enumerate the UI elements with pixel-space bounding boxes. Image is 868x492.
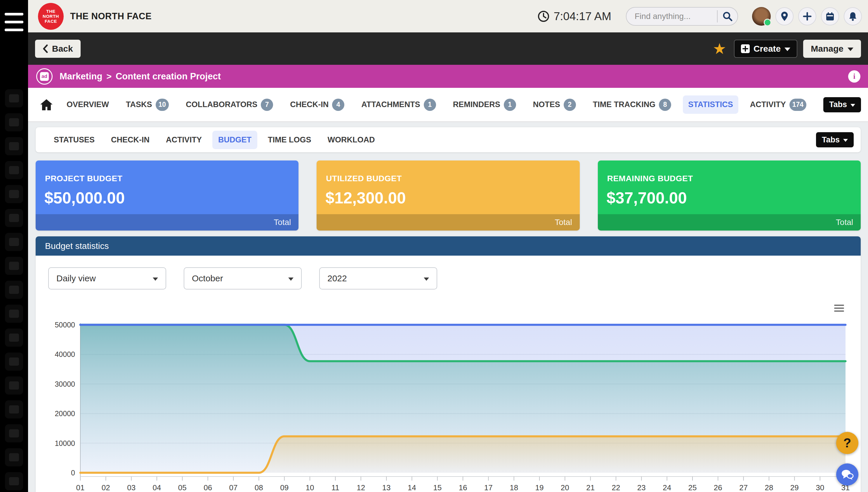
tab-label: REMINDERS	[453, 100, 500, 109]
create-button[interactable]: Create	[734, 40, 797, 58]
tab-home[interactable]	[40, 99, 53, 111]
add-button[interactable]	[798, 7, 816, 25]
sidebar-item-notes[interactable]	[0, 469, 28, 492]
subtab-check-in[interactable]: CHECK-IN	[105, 131, 156, 149]
chat-button[interactable]	[836, 463, 858, 486]
search-icon	[9, 286, 19, 294]
sidebar-item-search[interactable]	[0, 278, 28, 302]
manage-button[interactable]: Manage	[803, 40, 861, 58]
brand-logo: THE NORTH FACE	[38, 3, 64, 30]
tab-label: OVERVIEW	[67, 100, 109, 109]
card-footer: Total	[36, 214, 299, 230]
user-avatar[interactable]	[752, 7, 771, 26]
sidebar-item-calendar[interactable]	[0, 373, 28, 397]
files-icon	[9, 310, 19, 318]
card-amount: $12,300.00	[325, 189, 580, 207]
sidebar-item-sales-funnel[interactable]	[0, 158, 28, 182]
tab-activity[interactable]: ACTIVITY174	[745, 94, 812, 116]
menu-icon[interactable]	[5, 13, 23, 31]
chevron-down-icon	[843, 139, 848, 142]
project-breadcrumb-bar: ad Marketing > Content creation Project …	[28, 65, 868, 88]
svg-text:30000: 30000	[55, 380, 75, 388]
tab-overview[interactable]: OVERVIEW	[61, 95, 114, 114]
search-input[interactable]	[627, 12, 717, 21]
help-button[interactable]: ?	[836, 432, 858, 454]
subtab-activity[interactable]: ACTIVITY	[160, 131, 208, 149]
support-icon	[9, 142, 19, 150]
card-amount: $37,700.00	[607, 189, 861, 207]
budget-chart: 0102030405060708091011121314151617181920…	[44, 298, 862, 492]
svg-text:25: 25	[688, 483, 697, 492]
tab-notes[interactable]: NOTES2	[528, 94, 581, 116]
sidebar-item-payments[interactable]	[0, 182, 28, 206]
sidebar-item-messages[interactable]	[0, 326, 28, 350]
notifications-button[interactable]	[844, 7, 862, 25]
tabs-list: OVERVIEWTASKS10COLLABORATORS7CHECK-IN4AT…	[61, 94, 812, 116]
sidebar-item-mail[interactable]	[0, 350, 28, 373]
sidebar-item-files[interactable]	[0, 302, 28, 326]
tab-badge: 7	[261, 99, 273, 111]
svg-text:05: 05	[178, 483, 187, 492]
subtab-time-logs[interactable]: TIME LOGS	[262, 131, 317, 149]
sidebar-item-account[interactable]	[0, 230, 28, 254]
card-amount: $50,000.00	[44, 189, 299, 207]
info-icon[interactable]: i	[848, 70, 861, 82]
search-button[interactable]	[718, 7, 737, 26]
tab-statistics[interactable]: STATISTICS	[683, 95, 738, 114]
view-select[interactable]: Daily view	[48, 267, 166, 290]
svg-text:40000: 40000	[55, 350, 75, 358]
chart-menu-icon[interactable]	[834, 305, 844, 313]
sidebar-item-launch[interactable]	[0, 421, 28, 445]
budget-summary-cards: PROJECT BUDGET$50,000.00TotalUTILIZED BU…	[36, 161, 861, 230]
tab-tasks[interactable]: TASKS10	[121, 94, 174, 116]
chat-bubbles-icon	[841, 469, 854, 480]
tabs-overflow-button[interactable]: Tabs	[823, 97, 861, 112]
project-avatar[interactable]: ad	[36, 68, 52, 84]
panel-header: Budget statistics	[36, 237, 861, 255]
calendar-button[interactable]	[821, 7, 839, 25]
month-select[interactable]: October	[184, 267, 302, 290]
tab-attachments[interactable]: ATTACHMENTS1	[356, 94, 441, 116]
svg-text:11: 11	[331, 483, 339, 492]
subtab-statuses[interactable]: STATUSES	[48, 131, 100, 149]
subtabs-overflow-button[interactable]: Tabs	[816, 132, 854, 147]
panel-title: Budget statistics	[45, 241, 109, 251]
svg-text:0: 0	[71, 469, 75, 477]
payments-icon	[9, 190, 19, 198]
breadcrumb-section[interactable]: Marketing	[60, 71, 102, 82]
sidebar-item-home[interactable]	[0, 87, 28, 110]
project-avatar-label: ad	[40, 72, 49, 81]
tab-label: ATTACHMENTS	[361, 100, 420, 109]
breadcrumb-separator: >	[106, 72, 112, 81]
card-footer: Total	[598, 214, 861, 230]
sidebar-item-support[interactable]	[0, 134, 28, 158]
tab-reminders[interactable]: REMINDERS1	[448, 94, 521, 116]
tab-time-tracking[interactable]: TIME TRACKING8	[588, 94, 676, 116]
chevron-down-icon	[424, 277, 429, 281]
year-select[interactable]: 2022	[319, 267, 437, 290]
svg-text:23: 23	[637, 483, 646, 492]
sidebar-item-projects[interactable]	[0, 206, 28, 230]
tab-label: STATISTICS	[688, 100, 733, 109]
sidebar-item-time-tracker[interactable]	[0, 397, 28, 421]
svg-text:20: 20	[561, 483, 569, 492]
tab-check-in[interactable]: CHECK-IN4	[285, 94, 350, 116]
svg-text:26: 26	[714, 483, 722, 492]
projects-icon	[9, 214, 19, 222]
subtabs-list: STATUSESCHECK-INACTIVITYBUDGETTIME LOGSW…	[48, 131, 381, 149]
subtab-budget[interactable]: BUDGET	[212, 131, 257, 149]
subtab-workload[interactable]: WORKLOAD	[322, 131, 381, 149]
time-tracker-icon	[9, 405, 19, 414]
logo-line: FACE	[45, 19, 57, 24]
tab-collaborators[interactable]: COLLABORATORS7	[181, 94, 278, 116]
favorite-star-icon[interactable]: ★	[712, 41, 726, 56]
chevron-down-icon	[784, 48, 790, 51]
location-button[interactable]	[775, 7, 794, 25]
back-button[interactable]: Back	[35, 40, 80, 58]
sidebar-item-team[interactable]	[0, 110, 28, 134]
tab-badge: 1	[424, 99, 436, 111]
sidebar-item-organization[interactable]	[0, 254, 28, 278]
svg-text:10000: 10000	[55, 439, 75, 447]
notes-icon	[9, 477, 19, 485]
sidebar-item-lists[interactable]	[0, 445, 28, 469]
